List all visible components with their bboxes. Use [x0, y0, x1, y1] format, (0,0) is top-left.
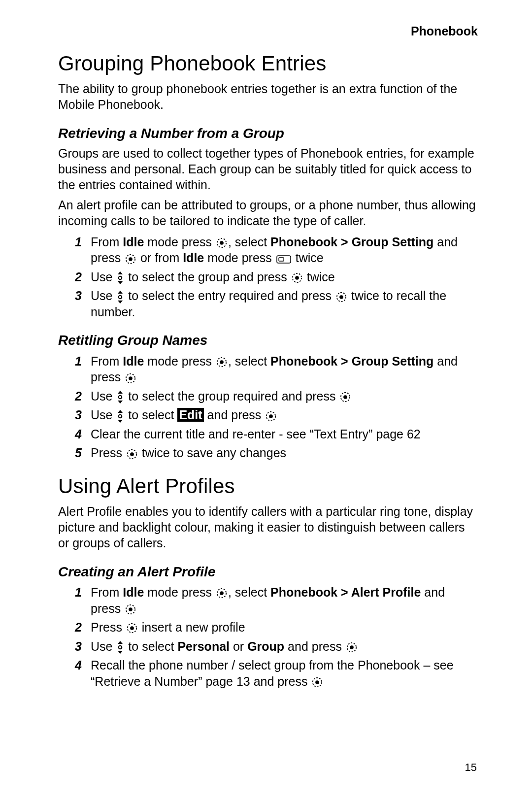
list-item: 3 Use to select Personal or Group and pr… [58, 638, 478, 655]
step-text: Use to select Personal or Group and pres… [91, 638, 478, 655]
list-item: 4 Recall the phone number / select group… [58, 657, 478, 689]
retitling-steps: 1 From Idle mode press , select Phoneboo… [58, 353, 478, 461]
step-text: From Idle mode press , select Phonebook … [91, 353, 478, 385]
alert-intro: Alert Profile enables you to identify ca… [58, 504, 478, 551]
step-number: 4 [58, 426, 91, 442]
step-number: 2 [58, 269, 91, 285]
nav-button-icon [125, 254, 136, 265]
up-down-icon [117, 271, 124, 284]
nav-button-icon [125, 373, 136, 384]
step-text: Use to select the entry required and pre… [91, 288, 478, 320]
step-number: 2 [58, 388, 91, 404]
up-down-icon [117, 291, 124, 303]
running-header: Phonebook [58, 24, 478, 39]
nav-button-icon [340, 392, 351, 402]
retrieving-para-1: Groups are used to collect together type… [58, 146, 478, 193]
nav-button-icon [127, 449, 137, 460]
nav-button-icon [127, 623, 137, 634]
grouping-intro: The ability to group phonebook entries t… [58, 81, 478, 113]
list-item: 2 Press insert a new profile [58, 619, 478, 636]
step-text: Clear the current title and re-enter - s… [91, 426, 478, 442]
manual-page: Phonebook Grouping Phonebook Entries The… [0, 0, 532, 804]
step-number: 3 [58, 638, 91, 655]
subheading-retrieving: Retrieving a Number from a Group [58, 125, 478, 142]
nav-button-icon [292, 272, 302, 283]
step-text: From Idle mode press , select Phonebook … [91, 234, 478, 266]
list-item: 2 Use to select the group and press twic… [58, 269, 478, 285]
step-number: 1 [58, 584, 91, 601]
softkey-icon [276, 254, 291, 264]
nav-button-icon [336, 292, 347, 302]
up-down-icon [117, 641, 124, 654]
nav-button-icon [216, 588, 227, 599]
heading-grouping: Grouping Phonebook Entries [58, 50, 478, 76]
edit-softlabel: Edit [177, 408, 203, 422]
step-number: 1 [58, 234, 91, 250]
list-item: 3 Use to select the entry required and p… [58, 288, 478, 320]
nav-button-icon [346, 642, 357, 653]
list-item: 1 From Idle mode press , select Phoneboo… [58, 234, 478, 266]
list-item: 3 Use to select Edit and press [58, 407, 478, 423]
list-item: 1 From Idle mode press , select Phoneboo… [58, 584, 478, 616]
step-text: Use to select the group and press twice [91, 269, 478, 285]
step-number: 3 [58, 288, 91, 304]
nav-button-icon [312, 677, 323, 688]
subheading-retitling: Retitling Group Names [58, 332, 478, 349]
up-down-icon [117, 410, 124, 423]
step-number: 5 [58, 445, 91, 461]
list-item: 4 Clear the current title and re-enter -… [58, 426, 478, 442]
creating-steps: 1 From Idle mode press , select Phoneboo… [58, 584, 478, 689]
list-item: 1 From Idle mode press , select Phoneboo… [58, 353, 478, 385]
list-item: 5 Press twice to save any changes [58, 445, 478, 461]
up-down-icon [117, 391, 124, 403]
step-number: 1 [58, 353, 91, 369]
list-item: 2 Use to select the group required and p… [58, 388, 478, 404]
retrieving-para-2: An alert profile can be attributed to gr… [58, 198, 478, 229]
retrieving-steps: 1 From Idle mode press , select Phoneboo… [58, 234, 478, 320]
step-text: Use to select the group required and pre… [91, 388, 478, 404]
step-text: Recall the phone number / select group f… [91, 657, 478, 689]
step-text: Press insert a new profile [91, 619, 478, 636]
step-number: 3 [58, 407, 91, 423]
nav-button-icon [125, 604, 136, 615]
step-text: From Idle mode press , select Phonebook … [91, 584, 478, 616]
nav-button-icon [266, 411, 276, 422]
step-number: 4 [58, 657, 91, 673]
step-text: Press twice to save any changes [91, 445, 478, 461]
step-text: Use to select Edit and press [91, 407, 478, 423]
step-number: 2 [58, 619, 91, 636]
heading-alert-profiles: Using Alert Profiles [58, 473, 478, 499]
subheading-creating: Creating an Alert Profile [58, 563, 478, 581]
nav-button-icon [216, 357, 227, 368]
nav-button-icon [216, 237, 227, 248]
page-number: 15 [465, 761, 477, 774]
